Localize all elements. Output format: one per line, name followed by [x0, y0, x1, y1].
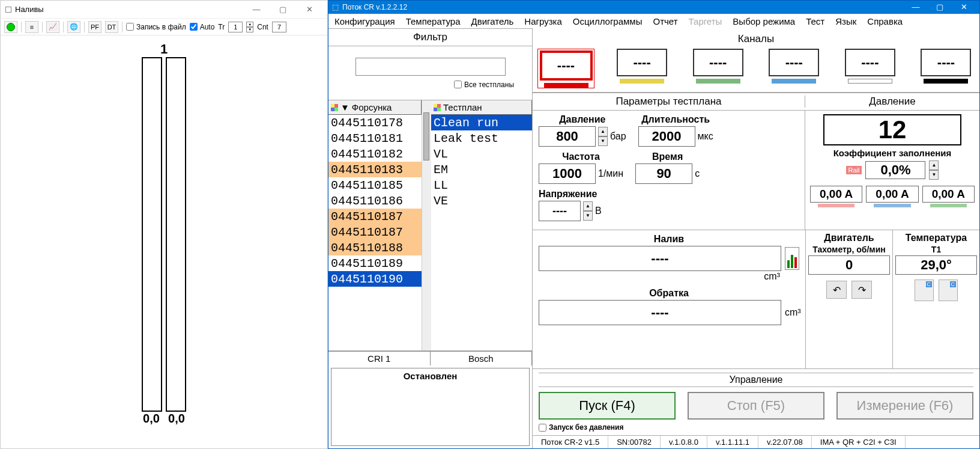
menu-язык[interactable]: Язык — [835, 16, 856, 26]
status-indicator[interactable] — [4, 21, 17, 33]
thermometer-icon-1[interactable] — [915, 279, 934, 301]
injector-item[interactable]: 0445110178 — [328, 115, 422, 130]
minimize-button-r[interactable]: — — [904, 1, 928, 14]
tr-spinner[interactable]: ▲▼ — [246, 22, 253, 32]
injector-item[interactable]: 0445110185 — [328, 177, 422, 193]
record-checkbox[interactable]: Запись в файл — [126, 23, 186, 31]
duty-label: Коэффициент заполнения — [810, 148, 975, 158]
chart-icon[interactable]: 📈 — [46, 21, 59, 33]
pressure-spinner[interactable]: ▲▼ — [598, 127, 608, 146]
tr-input[interactable] — [228, 22, 243, 32]
menu-двигатель[interactable]: Двигатель — [471, 16, 514, 26]
start-button[interactable]: Пуск (F4) — [539, 392, 676, 420]
vessel-1-value: 0,0 — [141, 412, 162, 426]
all-testplans-checkbox[interactable]: Все тестпланы — [454, 81, 514, 89]
obratka-value: ---- — [539, 300, 781, 325]
statusbar-cell: Поток CR-2 v1.5 — [533, 436, 608, 448]
duty-spinner[interactable]: ▲▼ — [929, 160, 939, 180]
injector-item[interactable]: 0445110183 — [328, 162, 422, 177]
menu-тест[interactable]: Тест — [806, 16, 824, 26]
channel-5[interactable]: ---- — [841, 49, 898, 88]
titlebar-right: ⬚ Поток CR v.1.2.2.12 — ▢ ✕ — [328, 1, 979, 14]
thermometer-icon-2[interactable] — [939, 279, 958, 301]
time-label: Время — [652, 151, 683, 162]
toolbar-left: ≡ 📈 🌐 PF DT Запись в файл Auto Tr ▲▼ Cnt — [1, 19, 327, 35]
cnt-input[interactable] — [272, 22, 286, 32]
injector-item[interactable]: 0445110181 — [328, 130, 422, 146]
voltage-spinner[interactable]: ▲▼ — [583, 201, 593, 221]
channels-row: ------------------------ — [537, 47, 975, 90]
pressure-value: 12 — [823, 114, 961, 145]
channel-2[interactable]: ---- — [614, 49, 671, 88]
dt-button[interactable]: DT — [105, 21, 118, 33]
rotate-ccw-button[interactable]: ↶ — [826, 281, 847, 299]
injector-header[interactable]: ▼ Форсунка — [328, 100, 422, 115]
menu-осциллограммы[interactable]: Осциллограммы — [573, 16, 643, 26]
status-box: Остановлен — [331, 368, 530, 446]
injector-item[interactable]: 0445110189 — [328, 255, 422, 271]
menu-выбор режима[interactable]: Выбор режима — [733, 16, 795, 26]
close-button[interactable]: ✕ — [296, 1, 322, 18]
maximize-button-r[interactable]: ▢ — [928, 1, 952, 14]
auto-checkbox[interactable]: Auto — [190, 23, 215, 31]
naliv-bar-icon[interactable] — [785, 247, 799, 270]
channel-1[interactable]: ---- — [537, 49, 594, 88]
channel-3[interactable]: ---- — [689, 49, 746, 88]
vessel-1 — [142, 57, 162, 412]
testplan-item[interactable]: Leak test — [431, 130, 532, 146]
menu-отчет[interactable]: Отчет — [653, 16, 677, 26]
statusbar-cell: v.22.07.08 — [758, 436, 812, 448]
globe-icon[interactable]: 🌐 — [67, 21, 80, 33]
injector-scrollbar[interactable] — [422, 100, 431, 350]
testplan-item[interactable]: Clean run — [431, 115, 532, 130]
time-input[interactable] — [635, 163, 692, 184]
params-title: Параметры тестплана — [533, 96, 805, 108]
no-pressure-checkbox[interactable]: Запуск без давления — [539, 423, 973, 432]
channel-4[interactable]: ---- — [766, 49, 823, 88]
minimize-button[interactable]: — — [243, 1, 270, 18]
injector-item[interactable]: 0445110186 — [328, 193, 422, 209]
testplan-item[interactable]: VE — [431, 193, 532, 209]
tacho-value: 0 — [808, 255, 890, 275]
injector-list[interactable]: 0445110178044511018104451101820445110183… — [328, 115, 422, 350]
list-icon[interactable]: ≡ — [25, 21, 38, 33]
testplan-item[interactable]: LL — [431, 177, 532, 193]
statusbar-cell: SN:00782 — [608, 436, 661, 448]
maximize-button[interactable]: ▢ — [270, 1, 296, 18]
temperature-title: Температура — [906, 233, 967, 243]
channels-title: Каналы — [537, 31, 975, 47]
channel-6[interactable]: ---- — [918, 49, 975, 88]
testplan-header[interactable]: Тестплан — [431, 100, 532, 115]
engine-title: Двигатель — [824, 233, 874, 243]
voltage-input[interactable] — [539, 201, 581, 221]
stop-button[interactable]: Стоп (F5) — [688, 392, 824, 420]
freq-input[interactable] — [539, 163, 596, 184]
testplan-item[interactable]: EM — [431, 162, 532, 177]
menu-таргеты[interactable]: Таргеты — [689, 16, 722, 26]
injector-item[interactable]: 0445110187 — [328, 224, 422, 240]
close-button-r[interactable]: ✕ — [952, 1, 976, 14]
menubar: КонфигурацияТемператураДвигательНагрузка… — [328, 14, 979, 28]
menu-температура[interactable]: Температура — [406, 16, 461, 26]
pf-button[interactable]: PF — [88, 21, 101, 33]
injector-item[interactable]: 0445110190 — [328, 271, 422, 287]
injector-item[interactable]: 0445110187 — [328, 209, 422, 224]
naliv-label: Налив — [654, 234, 684, 245]
injector-item[interactable]: 0445110188 — [328, 240, 422, 255]
duration-input[interactable] — [638, 126, 695, 147]
window-title-right: Поток CR v.1.2.2.12 — [342, 3, 407, 11]
measure-button[interactable]: Измерение (F6) — [836, 392, 973, 420]
amperage-box: 0,00 A — [866, 186, 918, 207]
testplan-list[interactable]: Clean runLeak testVLEMLLVE — [431, 115, 532, 350]
menu-нагрузка[interactable]: Нагрузка — [524, 16, 561, 26]
menu-конфигурация[interactable]: Конфигурация — [334, 16, 395, 26]
filter-input[interactable] — [355, 58, 506, 76]
menu-справка[interactable]: Справка — [867, 16, 903, 26]
voltage-label: Напряжение — [539, 189, 597, 200]
amperage-box: 0,00 A — [810, 186, 862, 207]
rail-badge: Rail — [846, 166, 862, 174]
rotate-cw-button[interactable]: ↷ — [851, 281, 872, 299]
pressure-input[interactable] — [539, 126, 596, 147]
testplan-item[interactable]: VL — [431, 146, 532, 162]
injector-item[interactable]: 0445110182 — [328, 146, 422, 162]
